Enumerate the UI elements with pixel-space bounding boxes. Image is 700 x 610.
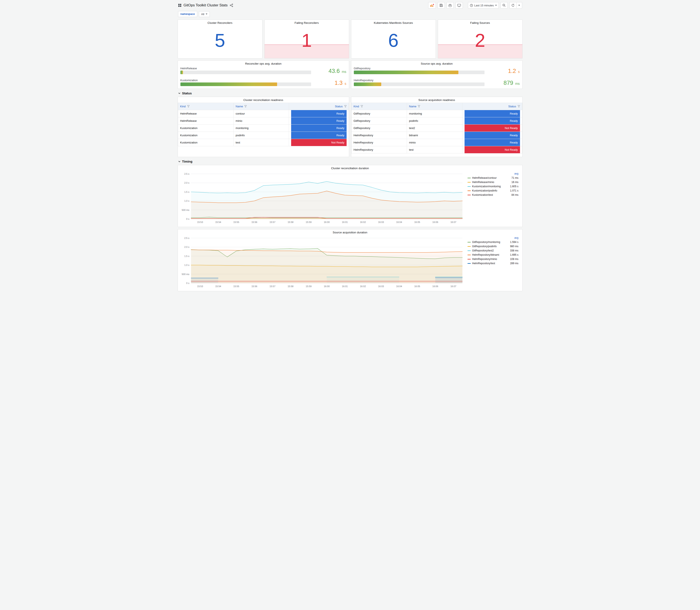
table-row[interactable]: GitRepository monitoring Ready (351, 110, 522, 117)
legend-item[interactable]: HelmRepository/test 289 ms (468, 261, 519, 266)
gauge-bar: Kustomization 1.3 s (180, 79, 346, 86)
panel-title[interactable]: Kubernetes Manifests Sources (351, 20, 436, 26)
legend-item[interactable]: GitRepository/test2 338 ms (468, 248, 519, 253)
panel-title[interactable]: Cluster reconciliation readiness (178, 97, 349, 103)
refresh-button[interactable] (509, 2, 517, 9)
legend-item[interactable]: HelmRelease/minio 16 ms (468, 180, 519, 184)
column-header-name[interactable]: Name (407, 103, 462, 110)
status-badge: Ready (465, 139, 520, 146)
legend-item[interactable]: Kustomization/monitoring 1.605 s (468, 184, 519, 189)
table-row[interactable]: HelmRelease contour Ready (178, 110, 349, 117)
filter-icon[interactable] (361, 105, 363, 108)
table-row[interactable]: HelmRelease minio Ready (178, 117, 349, 125)
clock-icon (470, 4, 473, 7)
svg-text:16:01: 16:01 (342, 221, 348, 223)
filter-icon[interactable] (187, 105, 190, 108)
panel-title[interactable]: Source ops avg. duration (351, 61, 522, 66)
zoom-out-button[interactable] (501, 2, 508, 9)
cell-name: podinfo (407, 117, 462, 125)
legend-item[interactable]: HelmRepository/bitnami 1.695 s (468, 253, 519, 257)
cell-name: contour (233, 110, 289, 117)
table-row[interactable]: Kustomization test Not Ready (178, 139, 349, 146)
svg-text:16:00: 16:00 (324, 221, 330, 223)
panel-title[interactable]: Reconciler ops avg. duration (178, 61, 349, 66)
panel-title[interactable]: Failing Reconcilers (264, 20, 349, 26)
legend-item[interactable]: HelmRepository/minio 108 ms (468, 257, 519, 261)
time-series-plot[interactable]: 0 s500 ms1.0 s1.5 s2.0 s2.5 s15:5315:541… (179, 171, 467, 224)
filter-icon[interactable] (418, 105, 420, 108)
section-row-status[interactable]: Status (178, 91, 522, 95)
table-row[interactable]: Kustomization podinfo Ready (178, 132, 349, 139)
table-row[interactable]: HelmRepository test Not Ready (351, 146, 522, 154)
legend-color-dash (468, 251, 471, 251)
legend-avg-value: 84 ms (511, 193, 519, 196)
filter-icon[interactable] (344, 105, 347, 108)
panel-title[interactable]: Failing Sources (438, 20, 522, 26)
panel-title[interactable]: Source acquisition duration (178, 229, 522, 235)
column-header-status[interactable]: Status (462, 103, 522, 110)
time-series-plot[interactable]: 0 s500 ms1.0 s1.5 s2.0 s2.5 s15:5315:541… (179, 236, 467, 289)
table-row[interactable]: HelmRepository bitnami Ready (351, 132, 522, 139)
dashboard-title: GitOps Toolkit Cluster Stats (184, 3, 228, 7)
cell-status: Ready (289, 110, 349, 117)
cell-name: podinfo (233, 132, 289, 139)
table-row[interactable]: HelmRepository minio Ready (351, 139, 522, 146)
share-icon[interactable] (230, 4, 233, 7)
legend-header-avg[interactable]: avg (468, 236, 519, 239)
legend-header-avg[interactable]: avg (468, 172, 519, 175)
legend-color-dash (468, 182, 471, 182)
gauge-track (354, 70, 485, 74)
status-badge: Ready (291, 110, 346, 117)
time-range-picker[interactable]: Last 15 minutes (468, 2, 499, 9)
save-dashboard-button[interactable] (438, 2, 445, 9)
variable-select-namespace[interactable]: All (199, 11, 210, 17)
table-row[interactable]: Kustomization monitoring Ready (178, 125, 349, 132)
stat-panel: Failing Sources 2 (438, 19, 523, 59)
legend-item[interactable]: HelmRelease/contour 71 ms (468, 176, 519, 180)
svg-text:1.5 s: 1.5 s (184, 191, 189, 193)
column-header-status[interactable]: Status (289, 103, 349, 110)
cell-status: Not Ready (462, 146, 522, 154)
dashboard-header: GitOps Toolkit Cluster Stats (178, 0, 523, 10)
gauge-fill (180, 82, 277, 86)
table-row[interactable]: GitRepository test2 Not Ready (351, 125, 522, 132)
section-row-timing[interactable]: Timing (178, 160, 522, 163)
legend-item[interactable]: GitRepository/monitoring 1.594 s (468, 240, 519, 244)
table-row[interactable]: GitRepository podinfo Ready (351, 117, 522, 125)
legend-item[interactable]: Kustomization/podinfo 1.071 s (468, 189, 519, 193)
filter-icon[interactable] (244, 105, 247, 108)
cell-name: test (407, 146, 462, 154)
legend-items: GitRepository/monitoring 1.594 s GitRepo… (468, 240, 519, 266)
panel-title[interactable]: Cluster Reconcilers (178, 20, 262, 26)
add-panel-button[interactable] (428, 2, 436, 9)
panel-title[interactable]: Cluster reconciliation duration (178, 165, 522, 171)
svg-text:16:02: 16:02 (360, 285, 366, 288)
stat-value: 2 (475, 31, 485, 50)
cycle-view-mode-button[interactable] (455, 2, 463, 9)
dashboards-grid-icon[interactable] (178, 4, 181, 7)
stat-value: 6 (388, 31, 399, 50)
legend-series-name: HelmRepository/test (472, 262, 509, 265)
stat-panel: Kubernetes Manifests Sources 6 (351, 19, 436, 59)
svg-text:2.5 s: 2.5 s (184, 173, 189, 175)
legend-series-name: Kustomization/podinfo (472, 189, 509, 192)
refresh-interval-dropdown[interactable] (517, 2, 522, 9)
legend-item[interactable]: Kustomization/test 84 ms (468, 193, 519, 197)
cell-kind: HelmRelease (178, 110, 233, 117)
filter-icon[interactable] (518, 105, 520, 108)
cell-kind: GitRepository (351, 110, 407, 117)
legend-item[interactable]: GitRepository/podinfo 980 ms (468, 244, 519, 248)
svg-text:15:57: 15:57 (270, 221, 275, 223)
svg-text:16:04: 16:04 (396, 221, 402, 223)
column-header-kind[interactable]: Kind (178, 103, 233, 110)
panel-title[interactable]: Source acquisition readiness (351, 97, 522, 103)
column-header-kind[interactable]: Kind (351, 103, 407, 110)
chevron-down-icon (206, 14, 207, 15)
cell-status: Not Ready (289, 139, 349, 146)
column-header-name[interactable]: Name (233, 103, 289, 110)
gauges-row: Reconciler ops avg. duration HelmRelease… (178, 60, 523, 89)
legend-items: HelmRelease/contour 71 ms HelmRelease/mi… (468, 176, 519, 197)
stat-value: 5 (215, 31, 225, 50)
dashboard-settings-button[interactable] (446, 2, 454, 9)
svg-text:16:05: 16:05 (414, 285, 420, 288)
